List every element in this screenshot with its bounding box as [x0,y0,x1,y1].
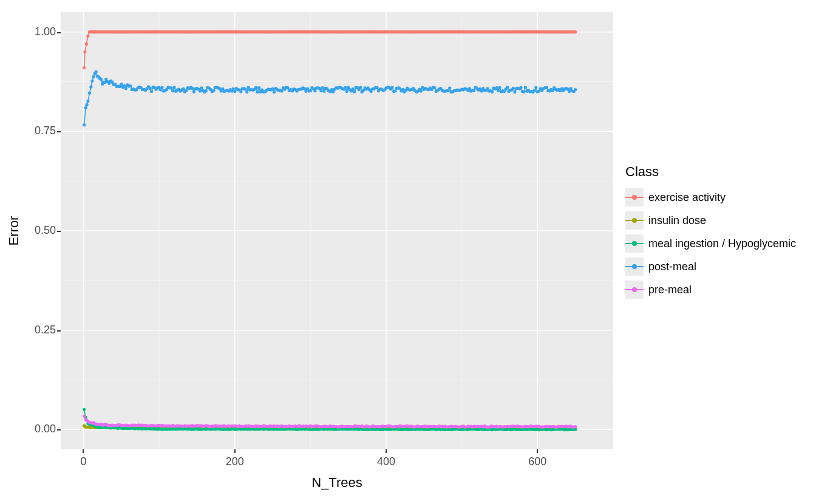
series-point [83,66,86,69]
series-point [574,88,577,91]
series-point [319,89,322,92]
series-point [524,86,527,89]
legend-items: exercise activityinsulin dosemeal ingest… [625,188,807,299]
series-point [376,86,379,89]
series-point [321,86,324,89]
x-tick-mark [386,449,387,453]
plot-panel [61,12,613,449]
series-point [286,86,289,89]
series-point [191,87,194,90]
series-point [303,87,306,90]
y-axis-title-text: Error [6,216,22,246]
series-point [83,123,86,126]
series-point [150,90,153,93]
y-tick-label: 1.00 [24,26,56,38]
series-point [192,90,195,94]
series-line [84,72,576,124]
series-point [239,90,242,93]
series-point [83,50,86,53]
y-tick-label: 0.00 [24,423,56,435]
series-point [149,87,152,90]
series-point [498,86,501,89]
series-point [568,90,571,93]
series-point [519,86,522,89]
series-point [497,89,500,92]
legend-key-icon [625,281,644,299]
series-point [245,90,248,94]
legend-label: post-meal [648,261,696,273]
series-point [574,425,577,428]
series-point [273,90,276,94]
x-tick-label: 600 [528,455,546,468]
series-point [95,70,98,73]
series-point [254,86,257,89]
x-tick-label: 200 [226,455,244,468]
x-tick-label: 0 [80,455,86,468]
series-point [545,86,548,89]
legend: Class exercise activityinsulin dosemeal … [625,164,807,304]
series-point [313,89,316,92]
series-point [345,90,348,93]
series-point [221,87,224,90]
legend-item: pre-meal [625,281,807,299]
series-point [103,81,106,84]
series-point [171,89,174,92]
y-tick-mark [57,330,61,332]
series-point [309,89,312,92]
series-point [244,87,247,90]
series-point [83,415,86,418]
legend-item: post-meal [625,257,807,276]
series-point [85,103,88,106]
series-point [169,86,172,89]
series-point [233,90,236,93]
series-point [534,86,537,89]
series-point [472,89,475,92]
series-point [89,86,92,89]
series-point [83,408,86,411]
series-point [85,43,88,46]
plot-svg [61,12,613,449]
series-point [257,86,260,89]
series-point [322,90,325,93]
series-point [332,90,335,94]
series-line [84,32,576,68]
legend-key-icon [625,211,644,230]
x-tick-mark [234,449,236,453]
series-point [124,87,127,90]
series-point [393,89,396,92]
series-point [344,86,347,89]
series-point [120,83,123,86]
legend-item: meal ingestion / Hypoglycemic [625,234,807,253]
series-point [353,90,356,94]
series-point [390,86,393,89]
x-tick-mark [83,449,84,453]
y-tick-label: 0.75 [24,124,56,137]
legend-label: meal ingestion / Hypoglycemic [648,237,796,250]
series-point [90,80,93,83]
y-tick-mark [57,32,61,33]
legend-item: insulin dose [625,211,807,230]
series-point [160,86,163,89]
figure: Error N_Trees 0.000.250.500.751.00 02004… [0,0,816,504]
y-tick-label: 0.25 [24,324,56,336]
legend-key-icon [625,257,644,276]
series-point [205,89,208,92]
series-point [88,92,91,95]
series-point [100,78,103,81]
series-point [123,84,126,87]
series-point [86,35,89,38]
y-tick-label: 0.50 [24,224,56,237]
series-point [182,87,185,90]
series-point [172,86,175,89]
series-point [352,87,355,90]
series-point [480,89,483,92]
series-point [513,90,516,94]
series-point [359,86,362,89]
y-tick-mark [57,231,61,232]
y-tick-mark [57,429,61,431]
series-point [420,89,423,92]
series-point [574,30,577,33]
legend-label: insulin dose [648,214,706,227]
series-point [433,86,436,89]
legend-title: Class [625,164,807,180]
